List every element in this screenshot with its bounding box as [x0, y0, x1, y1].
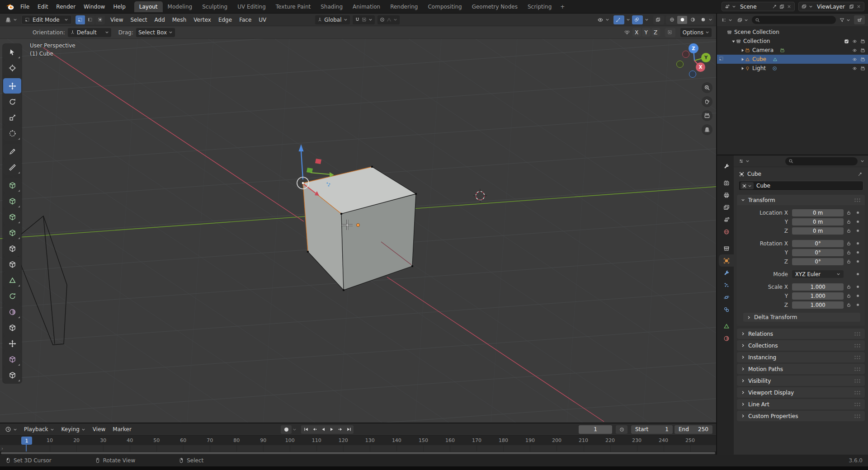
tool-inset-faces[interactable] — [3, 209, 21, 225]
tool-measure[interactable] — [3, 160, 21, 175]
viewport-menu-select[interactable]: Select — [127, 15, 151, 24]
panel-header-motion-paths[interactable]: Motion Paths — [737, 364, 865, 374]
tool-loop-cut[interactable] — [3, 241, 21, 256]
edge-select-mode-button[interactable] — [85, 15, 95, 24]
lock-toggle[interactable] — [844, 210, 854, 215]
workspace-tab-shading[interactable]: Shading — [316, 1, 348, 12]
tool-scale[interactable] — [3, 110, 21, 125]
current-frame-field[interactable]: 1 — [579, 425, 612, 434]
panel-grip[interactable] — [854, 343, 861, 348]
properties-tab-collection[interactable] — [719, 242, 734, 254]
outliner-row-cube[interactable]: Cube — [717, 55, 868, 64]
scene-selector[interactable]: Scene — [722, 2, 795, 11]
lock-toggle[interactable] — [844, 241, 854, 246]
properties-tab-render[interactable] — [719, 177, 734, 189]
hide-toggle[interactable] — [852, 48, 857, 53]
expander-icon[interactable] — [740, 57, 745, 61]
menu-edit[interactable]: Edit — [33, 2, 52, 11]
render-visibility-toggle[interactable] — [860, 66, 865, 71]
hide-toggle[interactable] — [852, 57, 857, 62]
workspace-tab-modeling[interactable]: Modeling — [163, 1, 198, 12]
scrollbar-handle[interactable] — [1, 452, 715, 454]
animate-dot[interactable] — [854, 230, 862, 232]
magnet-icon[interactable] — [355, 17, 360, 22]
timeline-menu-playback[interactable]: Playback — [20, 425, 58, 434]
panel-grip[interactable] — [854, 198, 861, 202]
use-preview-range-button[interactable] — [616, 425, 627, 434]
prev-keyframe-button[interactable] — [310, 426, 319, 433]
chevron-down-icon[interactable] — [626, 18, 630, 22]
workspace-tab-texture-paint[interactable]: Texture Paint — [271, 1, 316, 12]
expander-icon[interactable] — [731, 39, 736, 43]
timeline-scrollbar[interactable] — [0, 451, 716, 455]
properties-search-input[interactable] — [785, 157, 858, 165]
region-expand-icon[interactable]: › — [1, 446, 3, 451]
field-z[interactable]: 0 m — [792, 227, 844, 235]
show-gizmo-toggle[interactable] — [613, 15, 624, 24]
camera-view-button[interactable] — [702, 110, 712, 121]
animate-dot[interactable] — [854, 295, 862, 297]
viewport-menu-mesh[interactable]: Mesh — [169, 15, 190, 24]
workspace-tab-geometry-nodes[interactable]: Geometry Nodes — [467, 1, 523, 12]
copy-icon[interactable] — [779, 4, 784, 9]
panel-header-collections[interactable]: Collections — [737, 340, 865, 351]
pin-icon[interactable] — [858, 172, 863, 177]
menu-help[interactable]: Help — [109, 2, 129, 11]
field-z[interactable]: 0° — [792, 258, 844, 265]
gizmo-x-axis[interactable]: X — [696, 62, 705, 72]
properties-tab-physics[interactable] — [719, 291, 734, 303]
pin-icon[interactable] — [772, 4, 777, 9]
properties-editor-type-button[interactable] — [737, 157, 751, 166]
workspace-tab-scripting[interactable]: Scripting — [523, 1, 557, 12]
tool-knife[interactable] — [3, 257, 21, 272]
menu-file[interactable]: File — [16, 2, 33, 11]
tool-add-cube[interactable] — [3, 178, 21, 193]
falloff-curve-icon[interactable] — [387, 17, 392, 22]
workspace-tab-compositing[interactable]: Compositing — [423, 1, 467, 12]
panel-header-custom-properties[interactable]: Custom Properties — [737, 411, 865, 421]
new-collection-button[interactable] — [854, 15, 865, 24]
play-button[interactable] — [327, 426, 336, 433]
panel-header-instancing[interactable]: Instancing — [737, 352, 865, 362]
properties-tab-object-data[interactable] — [719, 320, 734, 332]
zoom-button[interactable] — [702, 82, 712, 93]
face-select-mode-button[interactable] — [95, 15, 105, 24]
panel-header-line-art[interactable]: Line Art — [737, 399, 865, 409]
field-z[interactable]: 1.000 — [792, 301, 844, 309]
field-rotation-x[interactable]: 0° — [792, 240, 844, 247]
expander-icon[interactable] — [740, 48, 745, 52]
chevron-down-icon[interactable] — [645, 18, 649, 22]
outliner-row-light[interactable]: Light — [717, 64, 868, 73]
tool-extrude-region[interactable] — [3, 193, 21, 209]
properties-tab-world[interactable] — [719, 226, 734, 238]
panel-grip[interactable] — [854, 414, 861, 418]
add-workspace-button[interactable]: + — [557, 2, 568, 11]
gizmo-minus-z-axis[interactable] — [689, 70, 696, 78]
timeline-track[interactable] — [0, 445, 716, 451]
options-dropdown[interactable]: Options — [680, 28, 712, 37]
viewport-canvas[interactable] — [0, 14, 716, 423]
close-icon[interactable] — [856, 4, 861, 9]
animate-dot[interactable] — [854, 251, 862, 254]
animate-dot[interactable] — [854, 304, 862, 306]
proportional-edit-icon[interactable] — [380, 17, 385, 22]
field-scale-x[interactable]: 1.000 — [792, 283, 844, 291]
expander-icon[interactable] — [740, 66, 745, 70]
tool-shear[interactable] — [3, 352, 21, 367]
outliner-filter-button[interactable] — [838, 15, 852, 24]
tool-annotate[interactable] — [3, 144, 21, 159]
field-y[interactable]: 0 m — [792, 218, 844, 226]
outliner-row-camera[interactable]: Camera — [717, 46, 868, 55]
pan-button[interactable] — [702, 96, 712, 107]
menu-render[interactable]: Render — [52, 2, 80, 11]
panel-grip[interactable] — [854, 367, 861, 371]
properties-tab-constraints[interactable] — [719, 303, 734, 315]
panel-grip[interactable] — [854, 379, 861, 383]
mirror-z-toggle[interactable]: Z — [651, 28, 660, 37]
show-overlays-toggle[interactable] — [632, 15, 643, 24]
tool-edge-slide[interactable] — [3, 320, 21, 335]
timeline-editor-type-button[interactable] — [3, 425, 19, 434]
jump-to-end-button[interactable] — [344, 426, 353, 433]
hide-toggle[interactable] — [852, 39, 857, 44]
playhead[interactable] — [26, 444, 27, 451]
